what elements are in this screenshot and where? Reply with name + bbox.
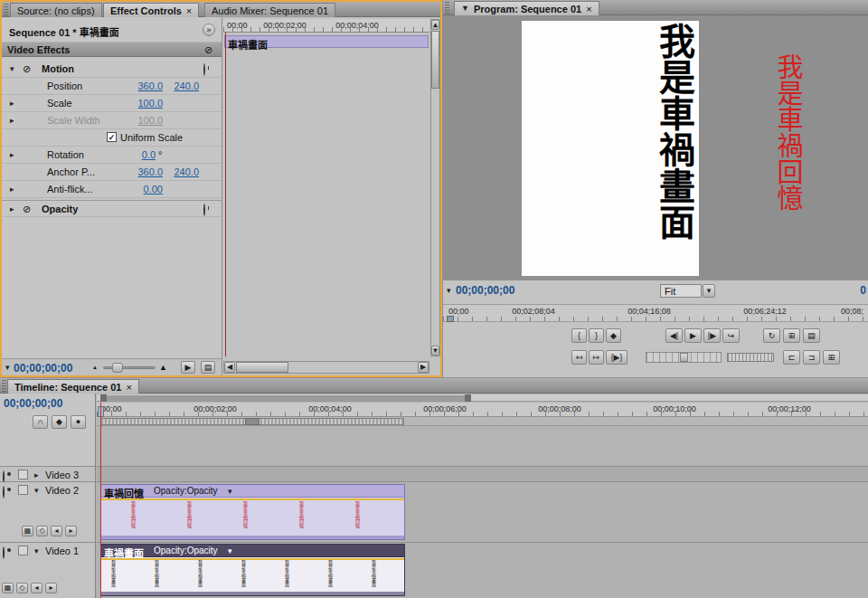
viewing-area-right-handle[interactable] [465, 394, 471, 402]
current-time-indicator[interactable] [100, 403, 101, 598]
stopwatch-icon[interactable] [203, 63, 205, 76]
panel-grip[interactable] [2, 380, 6, 392]
effects-options-button[interactable]: ▤ [201, 361, 215, 374]
step-back-button[interactable]: ◀| [665, 328, 683, 343]
show-hide-effects-button[interactable]: » [203, 24, 215, 36]
play-around-button[interactable]: {▶} [606, 350, 627, 365]
anchor-x-value[interactable]: 360.0 [130, 166, 163, 177]
set-in-point-button[interactable]: { [571, 328, 587, 343]
viewing-area-segment[interactable] [100, 395, 471, 401]
output-button[interactable]: ▤ [803, 328, 820, 343]
viewing-area-bar[interactable] [97, 394, 868, 402]
toggle-track-output-icon[interactable] [3, 486, 5, 498]
work-area-bar[interactable] [97, 417, 868, 426]
antiflicker-value[interactable]: 0.00 [130, 184, 163, 195]
zoom-out-icon[interactable]: ▲ [92, 365, 98, 370]
clear-effects-icon[interactable]: ⊘ [204, 44, 212, 56]
track-lock-toggle[interactable] [18, 470, 28, 479]
play-button[interactable]: ▶ [684, 328, 702, 343]
track-lock-toggle[interactable] [18, 546, 28, 555]
opacity-rubber-band[interactable] [101, 558, 404, 560]
clip-effect-dropdown-icon[interactable]: ▾ [228, 547, 232, 555]
panel-grip[interactable] [4, 4, 8, 15]
expander-down-icon[interactable]: ▾ [10, 65, 14, 73]
show-keyframes-button[interactable]: ◇ [16, 583, 28, 593]
rotation-value[interactable]: 0.0 [130, 149, 156, 160]
effect-row-motion[interactable]: ▾ ⊘ Motion [2, 61, 222, 78]
expander-right-icon[interactable]: ▸ [10, 205, 14, 214]
effect-row-opacity[interactable]: ▸ ⊘ Opacity [2, 200, 222, 217]
track-row-video3[interactable] [97, 466, 868, 482]
uniform-scale-checkbox[interactable]: ✓ [107, 132, 117, 142]
expander-right-icon[interactable]: ▸ [10, 100, 14, 108]
zoom-slider-thumb[interactable] [112, 363, 123, 373]
expander-down-icon[interactable]: ▾ [34, 487, 39, 495]
effect-timeline-clip[interactable]: 車禍畫面 [224, 35, 429, 48]
clip-video1[interactable]: 車禍畫面 Opacity:Opacity ▾ 我是車禍畫面 我是車禍畫面 我是車… [100, 544, 405, 596]
clip-title-bar[interactable]: 車禍畫面 Opacity:Opacity ▾ [101, 545, 404, 557]
clip-body[interactable]: 我是車禍畫面 我是車禍畫面 我是車禍畫面 我是車禍畫面 我是車禍畫面 我是車禍畫… [101, 557, 404, 593]
next-keyframe-button[interactable]: ▸ [65, 526, 77, 536]
program-cti-marker[interactable] [447, 316, 454, 322]
clip-effect-label[interactable]: Opacity:Opacity [154, 546, 218, 555]
goto-in-button[interactable]: ↤ [571, 350, 587, 365]
scroll-down-icon[interactable]: ▼ [431, 346, 439, 356]
effect-enabled-icon[interactable]: ⊘ [23, 63, 31, 75]
horizontal-scrollbar[interactable]: ◀ ▶ [223, 361, 429, 374]
clip-effect-label[interactable]: Opacity:Opacity [154, 486, 218, 496]
panel-grip[interactable] [445, 2, 449, 14]
safe-margins-button[interactable]: ⊞ [783, 328, 800, 343]
tab-effect-controls[interactable]: Effect Controls × [103, 3, 199, 17]
track-lock-toggle[interactable] [18, 485, 28, 495]
clip-title-bar[interactable]: 車禍回憶 Opacity:Opacity ▾ [101, 485, 404, 498]
mixdown-button[interactable]: ● [71, 415, 86, 429]
viewing-area-left-handle[interactable] [100, 394, 107, 402]
toggle-track-output-icon[interactable] [3, 470, 5, 483]
opacity-rubber-band[interactable] [101, 498, 404, 500]
panel-menu-icon[interactable]: ▼ [461, 5, 469, 13]
fit-dropdown-icon[interactable]: ▾ [703, 284, 715, 298]
effect-timeline-ruler[interactable]: 00;00 00;00;02;00 00;00;04;00 [223, 19, 429, 33]
set-out-point-button[interactable]: } [589, 328, 604, 343]
zoom-slider[interactable] [103, 366, 156, 369]
tab-audio-mixer[interactable]: Audio Mixer: Sequence 01 [204, 3, 335, 17]
shuttle-thumb[interactable] [680, 353, 688, 362]
scrollbar-thumb[interactable] [236, 362, 288, 373]
snap-button[interactable]: ∩ [33, 415, 48, 429]
scroll-left-icon[interactable]: ◀ [224, 362, 235, 373]
anchor-y-value[interactable]: 240.0 [166, 166, 199, 177]
position-x-value[interactable]: 360.0 [130, 81, 163, 91]
step-forward-button[interactable]: |▶ [703, 328, 721, 343]
toggle-track-output-icon[interactable] [3, 546, 5, 559]
chevron-down-icon[interactable]: ▾ [5, 364, 10, 372]
prev-keyframe-button[interactable]: ◂ [51, 526, 62, 536]
tab-source[interactable]: Source: (no clips) [10, 3, 102, 17]
close-icon[interactable]: × [586, 4, 591, 14]
clip-video2[interactable]: 車禍回憶 Opacity:Opacity ▾ 我是車禍回憶 我是車禍回憶 我是車… [100, 484, 405, 540]
tab-program[interactable]: ▼ Program: Sequence 01 × [454, 1, 599, 15]
loop-button[interactable]: ↻ [763, 328, 780, 343]
extract-button[interactable]: ⊐ [803, 350, 820, 365]
current-time-indicator[interactable] [225, 33, 226, 356]
next-keyframe-button[interactable]: ▸ [45, 583, 57, 593]
expander-right-icon[interactable]: ▸ [34, 471, 39, 479]
stopwatch-icon[interactable] [203, 204, 205, 216]
lift-button[interactable]: ⊏ [783, 350, 800, 365]
timeline-ruler[interactable]: 00;00 00;00;02;00 00;00;04;00 00;00;06;0… [97, 403, 868, 417]
expander-down-icon[interactable]: ▾ [34, 547, 39, 555]
play-in-out-button[interactable]: ↪ [722, 328, 740, 343]
jog-wheel[interactable] [727, 353, 774, 362]
set-marker-button[interactable]: ◆ [52, 415, 67, 429]
close-icon[interactable]: × [186, 5, 192, 16]
scroll-up-icon[interactable]: ▲ [431, 20, 439, 30]
vertical-scrollbar[interactable]: ▲ ▼ [430, 19, 440, 356]
shuttle-slider[interactable] [646, 352, 722, 363]
effect-timecode[interactable]: 00;00;00;00 [14, 362, 72, 375]
scroll-right-icon[interactable]: ▶ [418, 362, 429, 373]
goto-out-button[interactable]: ↦ [589, 350, 604, 365]
expander-right-icon[interactable]: ▸ [10, 151, 14, 159]
fit-select[interactable]: Fit [660, 284, 702, 298]
expander-right-icon[interactable]: ▸ [10, 185, 14, 194]
clip-body[interactable]: 我是車禍回憶 我是車禍回憶 我是車禍回憶 我是車禍回憶 我是車禍回憶 [101, 498, 404, 536]
set-marker-button[interactable]: ◆ [606, 328, 621, 343]
